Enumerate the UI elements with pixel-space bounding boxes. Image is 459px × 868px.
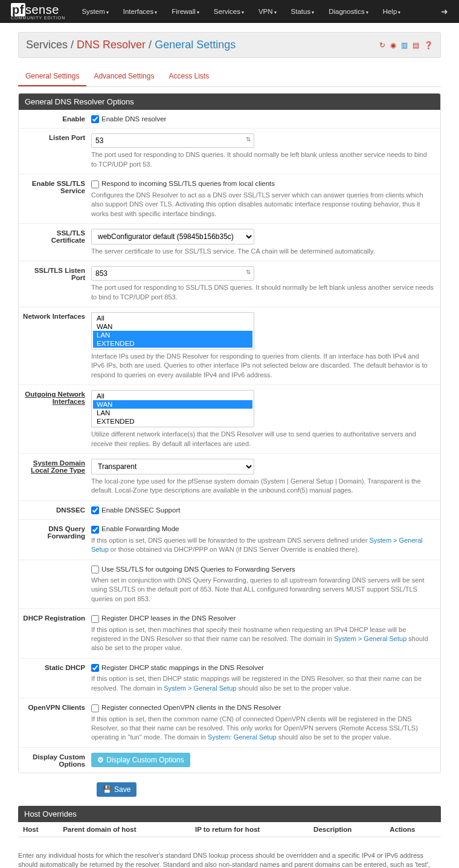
- crumb-general-settings: General Settings: [155, 39, 236, 51]
- save-icon: 💾: [103, 785, 112, 794]
- openvpn-label: OpenVPN Clients: [19, 703, 91, 742]
- static-dhcp-link[interactable]: System > General Setup: [164, 685, 236, 692]
- tab-advanced-settings[interactable]: Advanced Settings: [86, 67, 161, 86]
- tab-access-lists[interactable]: Access Lists: [161, 67, 216, 86]
- enable-label: Enable: [19, 115, 91, 123]
- nav-help[interactable]: Help▾: [376, 2, 408, 21]
- static-dhcp-label: Static DHCP: [19, 663, 91, 693]
- enable-checkbox[interactable]: [91, 115, 99, 123]
- nav-system[interactable]: System▾: [74, 2, 115, 21]
- enable-text: Enable DNS resolver: [101, 115, 166, 123]
- openvpn-link[interactable]: System: General Setup: [208, 733, 277, 741]
- fwd-checkbox[interactable]: [91, 526, 99, 534]
- panel-title: General DNS Resolver Options: [19, 94, 440, 110]
- listen-port-input[interactable]: [91, 133, 254, 148]
- ssl-port-help: The port used for responding to SSL/TLS …: [91, 283, 434, 302]
- col-desc: Description: [309, 822, 385, 837]
- fwd-ssl-checkbox[interactable]: [91, 566, 99, 573]
- ssl-cert-help: The server certificate to use for SSL/TL…: [91, 247, 434, 256]
- help-icon[interactable]: ❓: [424, 41, 433, 49]
- host-overrides-panel: Host Overrides Host Parent domain of hos…: [18, 806, 441, 837]
- crumb-dns-resolver[interactable]: DNS Resolver: [77, 39, 146, 51]
- dhcp-reg-help: If this option is set, then machines tha…: [91, 625, 434, 653]
- ssl-port-input[interactable]: [91, 266, 254, 281]
- dhcp-reg-label: DHCP Registration: [19, 614, 91, 653]
- dnssec-label: DNSSEC: [19, 506, 91, 514]
- fwd-ssl-text: Use SSL/TLS for outgoing DNS Queries to …: [101, 566, 295, 573]
- col-actions: Actions: [385, 822, 441, 837]
- logout-icon[interactable]: ➜: [441, 7, 448, 16]
- col-host: Host: [18, 822, 58, 837]
- dhcp-reg-checkbox[interactable]: [91, 615, 99, 623]
- custom-label: Display Custom Options: [19, 753, 91, 768]
- logo-edition: COMMUNITY EDITION: [11, 16, 65, 20]
- out-if-help: Utilize different network interface(s) t…: [91, 430, 434, 448]
- nav-vpn[interactable]: VPN▾: [251, 2, 284, 21]
- nav-interfaces[interactable]: Interfaces▾: [116, 2, 165, 21]
- nav-firewall[interactable]: Firewall▾: [164, 2, 207, 21]
- ssl-cert-label: SSL/TLS Certificate: [19, 229, 91, 256]
- crumb-services: Services: [26, 39, 68, 51]
- net-if-select[interactable]: All WAN LAN EXTENDED: [91, 312, 254, 349]
- fwd-help: If this option is set, DNS queries will …: [91, 536, 434, 555]
- tab-general-settings[interactable]: General Settings: [18, 67, 86, 86]
- static-dhcp-text: Register DHCP static mappings in the DNS…: [101, 664, 264, 671]
- dnssec-checkbox[interactable]: [91, 506, 99, 514]
- zone-type-select[interactable]: Transparent: [91, 459, 254, 474]
- logo[interactable]: pfsense COMMUNITY EDITION: [11, 3, 65, 20]
- dhcp-reg-text: Register DHCP leases in the DNS Resolver: [101, 614, 236, 622]
- ssl-cert-select[interactable]: webConfigurator default (59845b156b35c): [91, 229, 254, 244]
- fwd-label: DNS Query Forwarding: [19, 525, 91, 554]
- static-dhcp-help: If this option is set, then DHCP static …: [91, 674, 434, 693]
- listen-port-label: Listen Port: [19, 133, 91, 169]
- openvpn-help: If this option is set, then the common n…: [91, 715, 434, 742]
- logo-prefix: pf: [11, 3, 25, 16]
- display-custom-options-button[interactable]: ⚙Display Custom Options: [91, 753, 190, 767]
- gear-icon: ⚙: [97, 756, 104, 764]
- log-icon[interactable]: ▥: [401, 41, 408, 49]
- ssl-service-label: Enable SSL/TLS Service: [19, 179, 91, 219]
- col-parent-domain: Parent domain of host: [58, 822, 190, 837]
- zone-type-help: The local-zone type used for the pfSense…: [91, 477, 434, 496]
- ssl-service-text: Respond to incoming SSL/TLS queries from…: [101, 180, 275, 187]
- openvpn-text: Register connected OpenVPN clients in th…: [101, 704, 281, 711]
- fwd-ssl-help: When set in conjunction with DNS Query F…: [91, 576, 434, 604]
- stop-service-icon[interactable]: ◉: [390, 41, 396, 49]
- nav-status[interactable]: Status▾: [284, 2, 322, 21]
- net-if-help: Interface IPs used by the DNS Resolver f…: [91, 352, 434, 380]
- ssl-service-checkbox[interactable]: [91, 180, 99, 188]
- fwd-text: Enable Forwarding Mode: [101, 525, 179, 532]
- ssl-port-label: SSL/TLS Listen Port: [19, 266, 91, 302]
- dhcp-reg-link[interactable]: System > General Setup: [334, 635, 406, 642]
- static-dhcp-checkbox[interactable]: [91, 664, 99, 672]
- nav-menu: System▾ Interfaces▾ Firewall▾ Services▾ …: [74, 2, 408, 21]
- ssl-service-help: Configures the DNS Resolver to act as a …: [91, 191, 434, 219]
- breadcrumb: Services / DNS Resolver / General Settin…: [18, 32, 441, 58]
- save-button[interactable]: 💾Save: [97, 782, 136, 797]
- out-if-select[interactable]: All WAN LAN EXTENDED: [91, 390, 254, 427]
- top-navbar: pfsense COMMUNITY EDITION System▾ Interf…: [0, 0, 459, 23]
- out-if-label: Outgoing Network Interfaces: [19, 390, 91, 448]
- openvpn-checkbox[interactable]: [91, 704, 99, 712]
- listen-port-help: The port used for responding to DNS quer…: [91, 150, 434, 169]
- restart-service-icon[interactable]: ↻: [379, 41, 385, 49]
- zone-type-label: System Domain Local Zone Type: [19, 459, 91, 496]
- tabs: General Settings Advanced Settings Acces…: [18, 67, 441, 87]
- logo-rest: sense: [25, 3, 59, 16]
- host-overrides-desc: Enter any individual hosts for which the…: [18, 846, 441, 868]
- general-options-panel: General DNS Resolver Options Enable Enab…: [18, 93, 441, 773]
- status-icon[interactable]: ▤: [412, 41, 419, 49]
- host-overrides-title: Host Overrides: [18, 806, 441, 822]
- nav-services[interactable]: Services▾: [207, 2, 251, 21]
- host-overrides-table: Host Parent domain of host IP to return …: [18, 822, 441, 837]
- nav-diagnostics[interactable]: Diagnostics▾: [321, 2, 375, 21]
- dnssec-text: Enable DNSSEC Support: [101, 506, 180, 514]
- net-if-label: Network Interfaces: [19, 312, 91, 380]
- col-ip: IP to return for host: [190, 822, 309, 837]
